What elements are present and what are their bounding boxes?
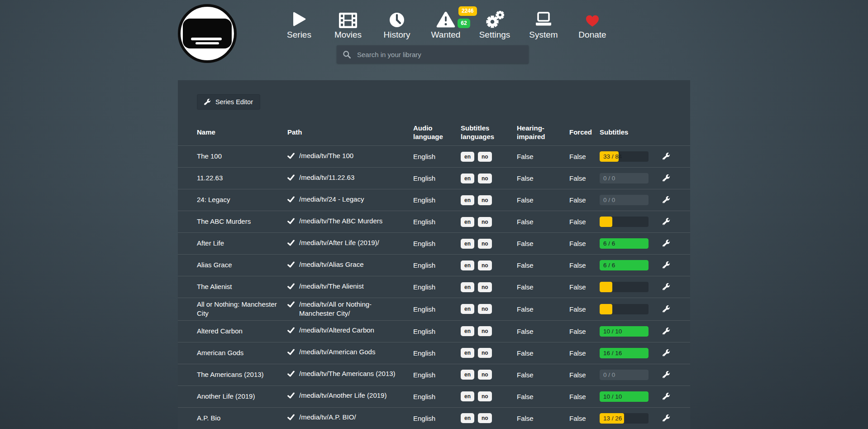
series-name: The Alienist: [197, 282, 287, 291]
edit-series-button[interactable]: [663, 393, 670, 400]
check-icon: [287, 174, 295, 183]
nav-item-wanted[interactable]: Wanted 224662: [421, 7, 470, 40]
progress-fill: [600, 304, 612, 314]
language-badge: no: [478, 370, 492, 380]
edit-series-button[interactable]: [663, 328, 670, 335]
audio-language: English: [413, 415, 461, 422]
audio-language: English: [413, 283, 461, 291]
check-icon: [287, 283, 295, 292]
language-badge: no: [478, 217, 492, 227]
audio-language: English: [413, 393, 461, 400]
series-path: /media/tv/24 - Legacy: [299, 195, 364, 204]
subtitles-languages: enno: [461, 152, 517, 162]
subtitles-progress-bar: 13 / 26: [600, 413, 649, 424]
heart-icon: [584, 7, 601, 28]
audio-language: English: [413, 218, 461, 226]
series-path: /media/tv/The Americans (2013): [299, 369, 396, 378]
nav-item-settings[interactable]: Settings: [470, 7, 519, 40]
nav-item-label: Settings: [479, 30, 510, 40]
edit-series-button[interactable]: [663, 415, 670, 422]
edit-series-button[interactable]: [663, 349, 670, 357]
search-input[interactable]: [356, 50, 523, 59]
edit-series-button[interactable]: [663, 305, 670, 313]
series-path: /media/tv/Another Life (2019): [299, 391, 386, 400]
column-header-hearing-impaired: Hearing-impaired: [517, 124, 569, 141]
gears-icon: [485, 7, 504, 28]
series-path: /media/tv/American Gods: [299, 347, 375, 357]
nav-item-donate[interactable]: Donate: [568, 7, 617, 40]
forced-value: False: [569, 415, 600, 422]
language-badge: no: [478, 260, 492, 270]
edit-series-button[interactable]: [663, 283, 670, 291]
subtitles-progress-bar: 16 / 16: [600, 348, 649, 358]
series-name: All or Nothing: Manchester City: [197, 300, 287, 318]
series-editor-button[interactable]: Series Editor: [197, 94, 260, 110]
series-name: Another Life (2019): [197, 392, 287, 401]
language-badge: en: [461, 152, 474, 162]
nav-item-label: System: [529, 30, 558, 40]
subtitles-languages: enno: [461, 304, 517, 314]
column-header-name: Name: [197, 128, 287, 137]
edit-series-button[interactable]: [663, 218, 670, 226]
wrench-icon: [663, 261, 670, 269]
edit-series-button[interactable]: [663, 174, 670, 182]
edit-series-button[interactable]: [663, 240, 670, 247]
edit-series-button[interactable]: [663, 261, 670, 269]
audio-language: English: [413, 328, 461, 335]
hearing-impaired-value: False: [517, 261, 569, 269]
column-header-subtitles-languages: Subtitles languages: [461, 124, 517, 141]
table-row: The Americans (2013) /media/tv/The Ameri…: [178, 364, 690, 386]
progress-label: 0 / 0: [603, 173, 615, 183]
subtitles-languages: enno: [461, 195, 517, 205]
forced-value: False: [569, 174, 600, 182]
table-row: All or Nothing: Manchester City /media/t…: [178, 298, 690, 320]
nav-item-history[interactable]: History: [372, 7, 421, 40]
table-row: Alias Grace /media/tv/Alias Grace Englis…: [178, 254, 690, 276]
logo-subtitle-line: [191, 38, 222, 40]
check-icon: [287, 392, 295, 401]
nav-item-system[interactable]: System: [519, 7, 568, 40]
check-icon: [287, 327, 295, 336]
wrench-icon: [663, 371, 670, 379]
series-name: The ABC Murders: [197, 217, 287, 226]
audio-language: English: [413, 153, 461, 160]
wrench-icon: [663, 393, 670, 400]
language-badge: en: [461, 370, 474, 380]
laptop-icon: [534, 7, 553, 28]
table-row: Another Life (2019) /media/tv/Another Li…: [178, 386, 690, 407]
language-badge: en: [461, 348, 474, 358]
forced-value: False: [569, 305, 600, 313]
hearing-impaired-value: False: [517, 153, 569, 160]
column-header-forced: Forced: [569, 128, 600, 137]
hearing-impaired-value: False: [517, 218, 569, 226]
nav-item-label: Donate: [578, 30, 606, 40]
nav-item-series[interactable]: Series: [275, 7, 324, 40]
progress-fill: [600, 217, 612, 227]
hearing-impaired-value: False: [517, 196, 569, 204]
forced-value: False: [569, 240, 600, 247]
hearing-impaired-value: False: [517, 349, 569, 357]
series-name: The Americans (2013): [197, 370, 287, 379]
subtitles-languages: enno: [461, 217, 517, 227]
check-icon: [287, 196, 295, 205]
edit-series-button[interactable]: [663, 371, 670, 379]
language-badge: en: [461, 239, 474, 249]
language-badge: no: [478, 348, 492, 358]
nav-item-movies[interactable]: Movies: [324, 7, 372, 40]
edit-series-button[interactable]: [663, 153, 670, 160]
table-row: After Life /media/tv/After Life (2019)/ …: [178, 232, 690, 254]
series-path: /media/tv/After Life (2019)/: [299, 238, 379, 247]
main-nav: Series Movies History Wanted 224662 Sett…: [275, 7, 617, 40]
table-row: The 100 /media/tv/The 100 English enno F…: [178, 145, 690, 167]
series-name: 24: Legacy: [197, 195, 287, 204]
series-path: /media/tv/11.22.63: [299, 173, 354, 182]
warning-icon: [436, 7, 455, 28]
bazarr-logo[interactable]: [178, 4, 237, 63]
edit-series-button[interactable]: [663, 196, 670, 204]
audio-language: English: [413, 261, 461, 269]
check-icon: [287, 301, 295, 310]
series-path: /media/tv/Altered Carbon: [299, 326, 374, 335]
language-badge: no: [478, 282, 492, 292]
series-path: /media/tv/All or Nothing- Manchester Cit…: [299, 300, 402, 318]
subtitles-progress-bar: 6 / 6: [600, 238, 649, 249]
